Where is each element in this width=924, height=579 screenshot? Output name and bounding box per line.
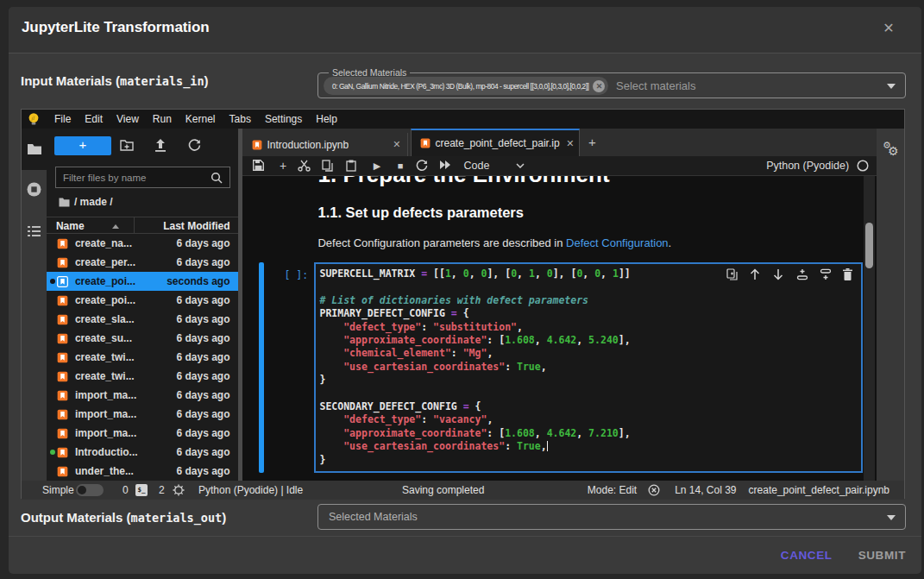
menu-item[interactable]: Settings	[258, 113, 309, 125]
copy-cells-button[interactable]	[322, 160, 335, 173]
dropdown-caret-icon[interactable]	[887, 515, 896, 520]
menu-item[interactable]: Run	[146, 113, 179, 125]
move-cell-up-button[interactable]	[750, 268, 761, 280]
restart-run-all-button[interactable]	[439, 160, 452, 173]
file-name: create_twi...	[75, 351, 177, 363]
command-mode-icon[interactable]	[648, 484, 660, 496]
file-row[interactable]: Introductio... 6 days ago	[47, 443, 238, 462]
cell-type-dropdown[interactable]: Code	[463, 160, 489, 172]
file-modified: 6 days ago	[176, 389, 229, 401]
defect-configuration-link[interactable]: Defect Configuration	[566, 236, 669, 249]
tab-close-icon[interactable]: ✕	[566, 138, 574, 149]
output-materials-select[interactable]: Selected Materials	[317, 504, 906, 530]
file-row[interactable]: create_poi... 6 days ago	[47, 291, 238, 310]
file-row[interactable]: under_the... 6 days ago	[47, 462, 238, 481]
chip-delete-icon[interactable]: ✕	[593, 80, 605, 92]
cut-cells-button[interactable]	[298, 160, 311, 173]
sidebar-tab-filebrowser[interactable]	[22, 129, 47, 170]
dialog-header: JupyterLite Transformation ✕	[9, 7, 921, 53]
run-button[interactable]: ▶	[370, 160, 383, 173]
column-header-modified[interactable]: Last Modified	[163, 220, 229, 232]
kernel-status-icon[interactable]	[857, 160, 869, 172]
simple-mode-label: Simple	[42, 484, 74, 496]
save-button[interactable]	[253, 160, 266, 173]
file-row[interactable]: create_twi... 6 days ago	[47, 367, 238, 386]
new-folder-button[interactable]	[120, 139, 135, 153]
file-modified: 6 days ago	[176, 237, 229, 249]
duplicate-cell-button[interactable]	[726, 268, 738, 280]
mode-indicator[interactable]: Mode: Edit	[588, 484, 637, 496]
breadcrumb-path: / made /	[74, 196, 113, 208]
file-row[interactable]: create_su... 6 days ago	[47, 329, 238, 348]
status-right: Mode: Edit Ln 14, Col 39 create_point_de…	[588, 484, 889, 496]
breadcrumb[interactable]: / made /	[59, 194, 113, 210]
menu-item[interactable]: File	[47, 113, 78, 125]
tab-create-point-defect-pair[interactable]: create_point_defect_pair.ip ✕	[411, 129, 580, 156]
menu-item[interactable]: Kernel	[179, 113, 223, 125]
tab-introduction[interactable]: Introduction.ipynb ✕	[245, 133, 408, 156]
tab-close-icon[interactable]: ✕	[393, 139, 400, 150]
input-materials-select[interactable]: Selected Materials 0: GaN, Gallium Nitri…	[317, 72, 906, 98]
sidebar-tab-running[interactable]	[22, 176, 47, 202]
terminal-icon[interactable]: $_	[135, 484, 148, 496]
new-launcher-button[interactable]: +	[54, 136, 111, 155]
notebook-file-icon	[57, 409, 68, 420]
file-row[interactable]: create_poi... seconds ago	[47, 272, 238, 291]
file-name: import_ma...	[75, 389, 177, 401]
file-row[interactable]: import_ma... 6 days ago	[47, 386, 238, 405]
filter-files-input[interactable]: Filter files by name	[55, 167, 230, 188]
column-header-name[interactable]: Name	[56, 220, 85, 232]
home-folder-icon	[59, 198, 70, 207]
dropdown-caret-icon[interactable]	[887, 84, 896, 89]
cell-collapser[interactable]	[259, 262, 264, 473]
insert-cell-above-button[interactable]	[796, 268, 808, 280]
cancel-button[interactable]: CANCEL	[774, 544, 839, 567]
kernel-status-text[interactable]: Python (Pyodide) | Idle	[198, 484, 303, 496]
paste-cells-button[interactable]	[346, 160, 359, 173]
kernel-name-button[interactable]: Python (Pyodide)	[766, 160, 849, 172]
toggle-knob	[78, 486, 86, 494]
file-modified: 6 days ago	[176, 408, 229, 420]
stop-button[interactable]: ■	[393, 160, 406, 173]
file-row[interactable]: create_na... 6 days ago	[47, 234, 238, 253]
file-row[interactable]: import_ma... 6 days ago	[47, 424, 238, 443]
kernel-sessions-icon[interactable]	[173, 484, 185, 496]
file-modified: 6 days ago	[176, 465, 229, 477]
material-chip[interactable]: 0: GaN, Gallium Nitride, HEX (P6_3mc) 3D…	[324, 77, 608, 95]
notebook-scrollbar[interactable]	[864, 176, 875, 481]
move-cell-down-button[interactable]	[773, 268, 784, 280]
select-materials-placeholder: Select materials	[616, 79, 695, 92]
file-row[interactable]: create_twi... 6 days ago	[47, 348, 238, 367]
sidebar-tab-toc[interactable]	[22, 218, 47, 244]
insert-below-icon	[820, 268, 832, 280]
submit-button[interactable]: SUBMIT	[852, 544, 913, 567]
column-divider	[134, 217, 135, 233]
menubar-items: FileEditViewRunKernelTabsSettingsHelp	[47, 113, 344, 125]
menu-item[interactable]: Tabs	[223, 113, 258, 125]
scrollbar-thumb[interactable]	[865, 223, 873, 268]
cell-editor[interactable]: SUPERCELL_MATRIX = [[1, 0, 0], [0, 1, 0]…	[314, 262, 863, 473]
cursor-position[interactable]: Ln 14, Col 39	[675, 484, 736, 496]
restart-kernel-button[interactable]	[416, 160, 429, 173]
close-icon[interactable]: ✕	[879, 19, 898, 38]
code-line: "chemical_element": "Mg",	[319, 347, 630, 360]
file-row[interactable]: import_ma... 6 days ago	[47, 405, 238, 424]
simple-mode-toggle[interactable]	[76, 484, 104, 496]
menu-item[interactable]: Edit	[78, 113, 110, 125]
file-row[interactable]: create_sla... 6 days ago	[47, 310, 238, 329]
code-area[interactable]: SUPERCELL_MATRIX = [[1, 0, 0], [0, 1, 0]…	[319, 267, 630, 467]
add-tab-button[interactable]: +	[584, 135, 600, 150]
refresh-button[interactable]	[188, 139, 204, 153]
cell-type-caret-icon[interactable]	[516, 163, 525, 168]
insert-cell-below-button[interactable]	[820, 268, 831, 280]
menu-item[interactable]: View	[110, 113, 146, 125]
file-row[interactable]: create_per... 6 days ago	[47, 253, 238, 272]
property-inspector-icon[interactable]: ⚙ ⚙	[877, 137, 904, 161]
running-sessions-icon	[27, 182, 41, 197]
paragraph-text: Defect Configuration parameters are desc…	[317, 236, 566, 249]
delete-cell-button[interactable]	[843, 268, 854, 280]
insert-cell-button[interactable]: +	[276, 160, 289, 173]
menu-item[interactable]: Help	[309, 113, 344, 125]
code-line: "defect_type": "vacancy",	[319, 413, 630, 426]
upload-button[interactable]	[154, 139, 170, 153]
